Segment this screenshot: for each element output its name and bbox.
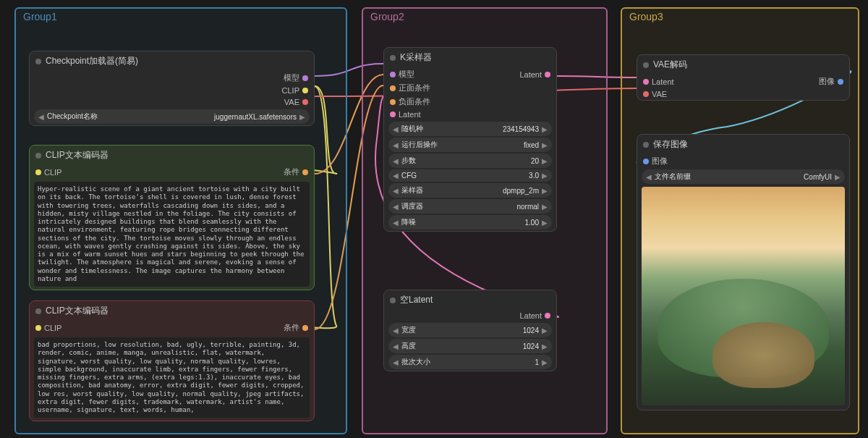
output-vae-label: VAE xyxy=(284,98,299,106)
input-latent-port[interactable] xyxy=(390,111,396,117)
chevron-left-icon[interactable]: ◀ xyxy=(393,203,399,211)
chevron-right-icon[interactable]: ▶ xyxy=(542,125,548,133)
group-2-title: Group2 xyxy=(363,9,606,26)
ksampler-param-2[interactable]: ◀步数20▶ xyxy=(388,153,552,168)
collapse-icon[interactable] xyxy=(643,142,649,148)
chevron-left-icon[interactable]: ◀ xyxy=(393,187,399,195)
chevron-right-icon[interactable]: ▶ xyxy=(835,173,841,181)
node-ksampler[interactable]: K采样器 模型Latent 正面条件 负面条件 Latent ◀随机种23415… xyxy=(383,47,557,232)
collapse-icon[interactable] xyxy=(643,62,649,68)
checkpoint-name-selector[interactable]: ◀Checkpoint名称juggernautXL.safetensors▶ xyxy=(34,109,310,124)
input-clip-port[interactable] xyxy=(35,325,41,331)
input-vae-port[interactable] xyxy=(643,91,649,97)
chevron-left-icon[interactable]: ◀ xyxy=(393,172,399,180)
output-preview-image[interactable] xyxy=(642,187,845,405)
filename-prefix-input[interactable]: ◀文件名前缀ComfyUI▶ xyxy=(642,169,845,184)
collapse-icon[interactable] xyxy=(35,59,41,64)
input-negative-port[interactable] xyxy=(390,99,396,105)
chevron-right-icon[interactable]: ▶ xyxy=(542,157,548,165)
output-model-label: 模型 xyxy=(284,72,299,83)
collapse-icon[interactable] xyxy=(35,153,41,159)
chevron-right-icon[interactable]: ▶ xyxy=(542,219,548,227)
output-latent-port[interactable] xyxy=(545,72,550,77)
collapse-icon[interactable] xyxy=(35,308,41,314)
chevron-left-icon[interactable]: ◀ xyxy=(393,219,399,227)
node-title: 保存图像 xyxy=(653,138,688,151)
chevron-left-icon[interactable]: ◀ xyxy=(646,173,652,181)
output-image-port[interactable] xyxy=(838,79,843,85)
chevron-right-icon[interactable]: ▶ xyxy=(542,342,548,350)
collapse-icon[interactable] xyxy=(390,55,396,61)
chevron-right-icon[interactable]: ▶ xyxy=(542,187,548,195)
chevron-right-icon[interactable]: ▶ xyxy=(299,113,305,121)
output-model-port[interactable] xyxy=(302,75,308,81)
chevron-left-icon[interactable]: ◀ xyxy=(393,157,399,165)
ksampler-param-3[interactable]: ◀CFG3.0▶ xyxy=(388,169,552,182)
node-clip-encoder-positive[interactable]: CLIP文本编码器 CLIP条件 Hyper-realistic scene o… xyxy=(29,145,315,290)
node-title: CLIP文本编码器 xyxy=(46,305,109,317)
negative-prompt-textarea[interactable]: bad proportions, low resolution, bad, ug… xyxy=(34,337,310,418)
collapse-icon[interactable] xyxy=(390,298,396,303)
output-vae-port[interactable] xyxy=(302,99,308,105)
output-clip-label: CLIP xyxy=(282,86,299,95)
chevron-right-icon[interactable]: ▶ xyxy=(542,203,548,211)
latent-param-0[interactable]: ◀宽度1024▶ xyxy=(388,323,552,337)
output-latent-port[interactable] xyxy=(545,313,550,319)
chevron-right-icon[interactable]: ▶ xyxy=(542,141,548,149)
chevron-left-icon[interactable]: ◀ xyxy=(393,342,399,350)
ksampler-param-0[interactable]: ◀随机种234154943▶ xyxy=(388,122,552,136)
chevron-left-icon[interactable]: ◀ xyxy=(38,113,44,121)
node-vae-decode[interactable]: VAE解码 Latent图像 VAE xyxy=(637,54,850,101)
ksampler-param-5[interactable]: ◀调度器normal▶ xyxy=(388,199,552,214)
chevron-right-icon[interactable]: ▶ xyxy=(542,172,548,180)
input-positive-port[interactable] xyxy=(390,85,396,91)
ksampler-param-4[interactable]: ◀采样器dpmpp_2m▶ xyxy=(388,183,552,198)
latent-param-2[interactable]: ◀批次大小1▶ xyxy=(388,355,552,369)
node-save-image[interactable]: 保存图像 图像 ◀文件名前缀ComfyUI▶ xyxy=(637,134,850,410)
node-empty-latent[interactable]: 空Latent Latent ◀宽度1024▶◀高度1024▶◀批次大小1▶ xyxy=(383,290,557,371)
chevron-left-icon[interactable]: ◀ xyxy=(393,358,399,366)
node-title: 空Latent xyxy=(400,294,433,306)
chevron-right-icon[interactable]: ▶ xyxy=(542,327,548,334)
group-3-title: Group3 xyxy=(622,9,858,26)
chevron-left-icon[interactable]: ◀ xyxy=(393,327,399,334)
input-image-port[interactable] xyxy=(643,159,649,164)
input-clip-port[interactable] xyxy=(35,169,41,175)
input-latent-port[interactable] xyxy=(643,79,649,85)
chevron-left-icon[interactable]: ◀ xyxy=(393,141,399,149)
node-checkpoint-loader[interactable]: Checkpoint加载器(简易) 模型 CLIP VAE ◀Checkpoin… xyxy=(29,51,315,126)
chevron-right-icon[interactable]: ▶ xyxy=(542,358,548,366)
node-clip-encoder-negative[interactable]: CLIP文本编码器 CLIP条件 bad proportions, low re… xyxy=(29,300,315,421)
node-title: VAE解码 xyxy=(653,59,687,71)
node-title: K采样器 xyxy=(400,51,432,64)
group-1-title: Group1 xyxy=(16,9,346,26)
output-clip-port[interactable] xyxy=(302,88,308,93)
node-title: Checkpoint加载器(简易) xyxy=(46,55,138,67)
ksampler-param-6[interactable]: ◀降噪1.00▶ xyxy=(388,215,552,229)
ksampler-param-1[interactable]: ◀运行后操作fixed▶ xyxy=(388,138,552,152)
node-title: CLIP文本编码器 xyxy=(46,149,109,161)
output-cond-port[interactable] xyxy=(302,325,308,331)
prompt-textarea[interactable]: Hyper-realistic scene of a giant ancient… xyxy=(34,182,310,287)
input-model-port[interactable] xyxy=(390,72,396,77)
output-cond-port[interactable] xyxy=(302,169,308,175)
chevron-left-icon[interactable]: ◀ xyxy=(393,125,399,133)
latent-param-1[interactable]: ◀高度1024▶ xyxy=(388,339,552,353)
